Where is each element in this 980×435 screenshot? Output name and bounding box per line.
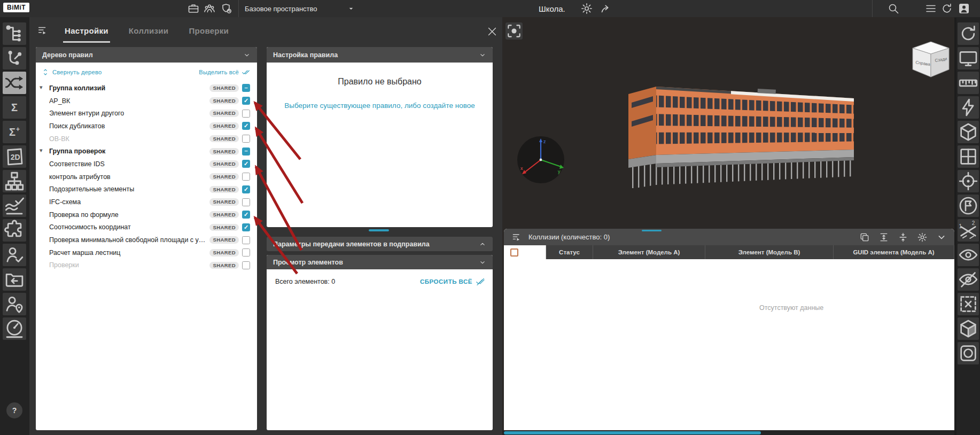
rule-checkbox[interactable]	[242, 211, 250, 219]
sheets-2d-icon[interactable]: 2D	[3, 145, 26, 168]
menu-list-icon[interactable]	[924, 2, 937, 15]
help-button[interactable]: ?	[6, 402, 22, 418]
tree-row[interactable]: Элемент внтури другогоSHARED	[36, 107, 257, 120]
user-location-icon[interactable]	[3, 293, 26, 315]
plugins-icon[interactable]	[3, 219, 26, 242]
tree-row[interactable]: Подозрительные элементыSHARED	[36, 183, 257, 196]
column-header[interactable]: Элемент (Модель A)	[593, 245, 705, 259]
tree-row[interactable]: ▾Группа проверокSHARED	[36, 145, 257, 158]
tab-Проверки[interactable]: Проверки	[187, 20, 230, 43]
refresh-view-icon[interactable]	[958, 22, 979, 45]
dependencies-icon[interactable]	[3, 47, 26, 69]
subrule-params-header[interactable]: Параметры передачи элементов в подправил…	[267, 237, 493, 251]
deselect-icon[interactable]	[958, 293, 979, 315]
tree-row[interactable]: Соответствие IDSSHARED	[36, 158, 257, 170]
dashboard-gauge-icon[interactable]	[3, 317, 26, 340]
tree-row[interactable]: ПроверкиSHARED	[36, 259, 257, 272]
rule-checkbox[interactable]	[242, 185, 250, 193]
tree-row[interactable]: Проверка по формулеSHARED	[36, 208, 257, 221]
empty-state-hint[interactable]: Выберите существующее правило, либо созд…	[267, 102, 493, 110]
lightning-icon[interactable]	[958, 96, 979, 119]
project-settings-gear-icon[interactable]	[580, 2, 593, 15]
collapse-tree-icon[interactable]	[41, 68, 50, 76]
section-box-icon[interactable]	[958, 342, 979, 364]
rule-checkbox[interactable]	[242, 135, 250, 143]
isolate-cube-icon[interactable]	[958, 317, 979, 340]
user-icon[interactable]	[958, 2, 970, 15]
rule-checkbox[interactable]	[242, 198, 250, 206]
workspace-selector[interactable]: Базовое пространство	[245, 0, 355, 17]
share-icon[interactable]	[600, 2, 612, 15]
tree-row[interactable]: АР_ВКSHARED	[36, 95, 257, 107]
tab-Коллизии[interactable]: Коллизии	[127, 20, 170, 43]
tree-row[interactable]: Соотносимость координатSHARED	[36, 221, 257, 234]
sum-plus-icon[interactable]: Σ+	[3, 121, 26, 143]
table-settings-gear-icon[interactable]	[917, 232, 928, 243]
chevron-down-icon[interactable]	[936, 232, 947, 243]
orbit-icon[interactable]	[940, 2, 953, 15]
copy-icon[interactable]	[859, 232, 870, 243]
axis-gizmo[interactable]: z x y	[516, 135, 567, 185]
shield-clock-icon[interactable]	[220, 2, 233, 15]
tree-caret-icon[interactable]: ▾	[40, 146, 43, 154]
panel-menu-icon[interactable]	[37, 25, 49, 36]
close-icon[interactable]	[486, 26, 498, 37]
briefcase-icon[interactable]	[187, 2, 200, 15]
rule-checkbox[interactable]	[242, 248, 250, 257]
tree-row[interactable]: ▾Группа коллизийSHARED	[36, 82, 257, 95]
user-check-icon[interactable]	[3, 244, 26, 266]
navigation-cube[interactable]: Справа Сзади	[906, 36, 955, 83]
graphs-check-icon[interactable]	[3, 195, 26, 217]
structure-icon[interactable]	[3, 170, 26, 192]
panel-resize-handle[interactable]	[369, 229, 389, 231]
column-header[interactable]: Элемент (Модель B)	[705, 245, 834, 259]
building-model[interactable]	[624, 71, 859, 188]
select-all-check-icon[interactable]	[242, 68, 250, 76]
select-all-rows-checkbox[interactable]	[510, 248, 518, 257]
clash-rules-icon[interactable]	[3, 72, 26, 94]
expand-rows-icon[interactable]	[878, 232, 889, 243]
rule-checkbox[interactable]	[242, 97, 250, 105]
tree-row[interactable]: Поиск дубликатовSHARED	[36, 120, 257, 133]
rule-checkbox[interactable]	[242, 223, 250, 231]
grid-icon[interactable]	[958, 145, 979, 168]
rule-checkbox[interactable]	[242, 110, 250, 118]
flag-icon[interactable]	[958, 195, 979, 217]
rule-checkbox[interactable]	[242, 84, 250, 92]
column-header[interactable]: Статус	[546, 245, 593, 259]
screen-modes-icon[interactable]	[958, 47, 979, 69]
rule-checkbox[interactable]	[242, 261, 250, 269]
tree-row[interactable]: контроль атрибутовSHARED	[36, 170, 257, 183]
tab-Настройки[interactable]: Настройки	[63, 20, 110, 43]
sum-icon[interactable]: Σ	[3, 96, 26, 119]
selection-mode-button[interactable]	[505, 22, 523, 40]
collisions-menu-icon[interactable]	[511, 232, 522, 243]
search-icon[interactable]	[887, 2, 900, 15]
ruler-icon[interactable]	[958, 72, 979, 94]
elements-preview-header[interactable]: Просмотр элементов	[267, 255, 493, 269]
rule-checkbox[interactable]	[242, 236, 250, 244]
collapse-rows-icon[interactable]	[898, 232, 908, 243]
tree-row[interactable]: Расчет марша лестницSHARED	[36, 246, 257, 259]
horizontal-scrollbar-thumb[interactable]	[504, 431, 761, 434]
rule-checkbox[interactable]	[242, 160, 250, 168]
app-logo[interactable]: BiMiT	[3, 3, 29, 12]
horizontal-scrollbar-track[interactable]	[502, 430, 954, 435]
rule-checkbox[interactable]	[242, 147, 250, 156]
tree-caret-icon[interactable]: ▾	[40, 83, 43, 91]
collapse-tree-link[interactable]: Свернуть дерево	[52, 69, 102, 75]
locate-icon[interactable]	[958, 170, 979, 192]
eye-icon[interactable]	[958, 244, 979, 266]
section-cube-icon[interactable]	[958, 121, 979, 143]
rule-settings-header[interactable]: Настройка правила	[267, 47, 493, 63]
team-icon[interactable]	[203, 2, 216, 15]
tree-row[interactable]: ОВ-ВКSHARED	[36, 133, 257, 145]
select-all-link[interactable]: Выделить всё	[199, 69, 239, 75]
rule-checkbox[interactable]	[242, 122, 250, 130]
collisions-resize-handle[interactable]	[642, 230, 662, 231]
model-tree-icon[interactable]	[3, 22, 26, 45]
column-header[interactable]: GUID элемента (Модель A)	[834, 245, 954, 259]
rules-tree-header[interactable]: Дерево правил	[36, 47, 257, 63]
measure-axes-icon[interactable]: 12	[958, 219, 979, 242]
folder-export-icon[interactable]	[3, 268, 26, 291]
